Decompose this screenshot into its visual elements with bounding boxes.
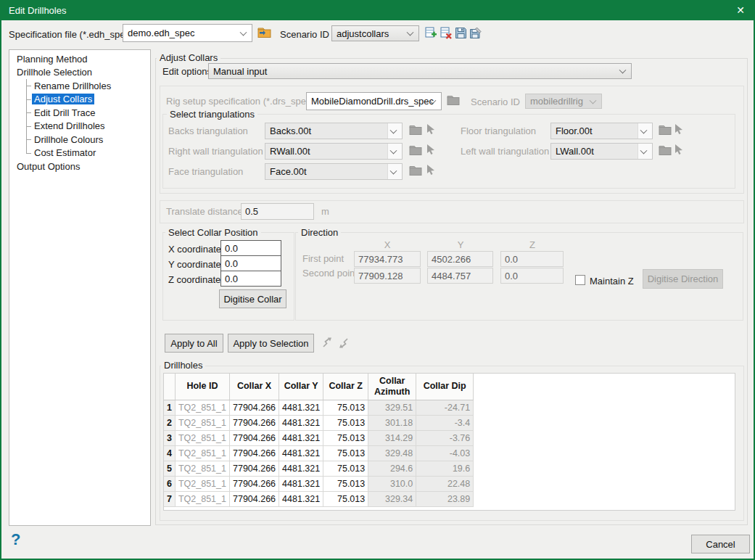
sidebar-item-output-options[interactable]: Output Options: [9, 160, 150, 173]
row-number-cell[interactable]: 7: [164, 491, 175, 506]
delete-scenario-icon[interactable]: [440, 27, 453, 40]
backs-triangulation-combobox[interactable]: Backs.00t: [265, 123, 403, 139]
apply-to-selection-button[interactable]: Apply to Selection: [228, 334, 314, 353]
collar-z-cell[interactable]: 75.013: [323, 461, 368, 476]
sidebar-item-adjust-collars[interactable]: Adjust Collars: [9, 93, 150, 107]
collar-z-cell[interactable]: 75.013: [323, 476, 368, 491]
rig-scenario-combobox[interactable]: mobiledrillrig: [525, 94, 602, 109]
close-button[interactable]: ✕: [726, 0, 755, 20]
collar-y-cell[interactable]: 4481.321: [279, 476, 323, 491]
y-coordinate-input[interactable]: 0.0: [220, 255, 281, 271]
column-header-collar-x[interactable]: Collar X: [229, 374, 279, 400]
row-number-cell[interactable]: 4: [164, 445, 175, 461]
sidebar-item-drillhole-selection[interactable]: Drillhole Selection: [9, 66, 150, 80]
collar-x-cell[interactable]: 77904.266: [229, 415, 279, 430]
collar-azimuth-cell: 329.34: [368, 491, 416, 506]
folder-icon[interactable]: [659, 145, 672, 156]
column-header-collar-dip[interactable]: Collar Dip: [416, 374, 474, 400]
sidebar-item-drillhole-colours[interactable]: Drillhole Colours: [9, 133, 150, 147]
second-point-x-input[interactable]: 77909.128: [354, 268, 421, 284]
collar-y-cell[interactable]: 4481.321: [279, 491, 323, 506]
row-number-cell[interactable]: 6: [164, 476, 175, 491]
collar-y-cell[interactable]: 4481.321: [279, 415, 323, 430]
collar-x-cell[interactable]: 77904.266: [229, 491, 279, 506]
digitise-collar-button[interactable]: Digitise Collar: [219, 289, 286, 308]
open-folder-icon[interactable]: [257, 27, 271, 38]
left-wall-triangulation-combobox[interactable]: LWall.00t: [550, 143, 653, 160]
chevron-down-icon: [619, 67, 627, 74]
x-coordinate-input[interactable]: 0.0: [220, 240, 281, 256]
first-point-z-input[interactable]: 0.0: [500, 251, 564, 267]
hole-id-cell: TQ2_851_1: [175, 400, 229, 415]
column-header-hole-id[interactable]: Hole ID: [175, 374, 229, 400]
second-point-y-input[interactable]: 4484.757: [427, 268, 493, 284]
collar-z-cell[interactable]: 75.013: [323, 445, 368, 461]
column-header-collar-z[interactable]: Collar Z: [323, 374, 368, 400]
collar-z-cell[interactable]: 75.013: [323, 430, 368, 445]
sidebar-item-extend-drillholes[interactable]: Extend Drillholes: [9, 120, 150, 133]
table-row: 6TQ2_851_177904.2664481.32175.013310.022…: [164, 476, 474, 491]
row-number-cell[interactable]: 2: [164, 415, 175, 430]
scenario-id-combobox[interactable]: adjustcollars: [331, 25, 419, 41]
collar-y-cell[interactable]: 4481.321: [279, 430, 323, 445]
scenario-id-value: adjustcollars: [337, 28, 389, 39]
sidebar-item-edit-drill-trace[interactable]: Edit Drill Trace: [9, 106, 150, 120]
right-wall-triangulation-combobox[interactable]: RWall.00t: [265, 143, 403, 160]
open-folder-icon-disabled[interactable]: [447, 95, 460, 106]
help-icon[interactable]: ?: [11, 530, 20, 549]
new-scenario-icon[interactable]: [424, 27, 437, 40]
save-scenario-as-icon[interactable]: [469, 27, 482, 39]
collar-z-cell[interactable]: 75.013: [323, 400, 368, 415]
chevron-down-icon: [407, 29, 414, 36]
left-wall-triangulation-value: LWall.00t: [556, 146, 594, 157]
first-point-y-input[interactable]: 4502.266: [427, 251, 493, 267]
floor-triangulation-combobox[interactable]: Floor.00t: [550, 123, 653, 139]
collar-x-cell[interactable]: 77904.266: [229, 476, 279, 491]
folder-icon[interactable]: [409, 125, 422, 136]
translate-distance-input[interactable]: 0.5: [241, 203, 314, 220]
collar-x-cell[interactable]: 77904.266: [229, 430, 279, 445]
maintain-z-checkbox[interactable]: [575, 275, 585, 285]
pick-cursor-icon[interactable]: [426, 165, 435, 176]
first-point-x-input[interactable]: 77934.773: [354, 251, 421, 267]
folder-icon[interactable]: [409, 165, 422, 176]
sidebar-item-planning-method[interactable]: Planning Method: [9, 52, 150, 66]
undo-arrow-icon[interactable]: [338, 337, 349, 348]
spec-file-combobox[interactable]: demo.edh_spec: [123, 24, 252, 42]
folder-icon[interactable]: [409, 145, 422, 156]
collar-y-cell[interactable]: 4481.321: [279, 400, 323, 415]
face-triangulation-combobox[interactable]: Face.00t: [265, 163, 403, 180]
apply-to-all-button[interactable]: Apply to All: [165, 334, 223, 353]
pick-cursor-icon[interactable]: [674, 144, 683, 155]
pick-cursor-icon[interactable]: [674, 124, 683, 135]
z-coordinate-input[interactable]: 0.0: [220, 271, 281, 287]
digitise-direction-button[interactable]: Digitise Direction: [643, 269, 723, 289]
translate-distance-label: Translate distance: [166, 206, 243, 217]
cancel-button[interactable]: Cancel: [691, 535, 750, 553]
row-number-cell[interactable]: 3: [164, 430, 175, 445]
redo-arrow-icon[interactable]: [322, 337, 333, 348]
row-number-cell[interactable]: 1: [164, 400, 175, 415]
second-point-z-input[interactable]: 0.0: [500, 268, 564, 284]
column-header-collar-y[interactable]: Collar Y: [279, 374, 323, 400]
y-coordinate-label: Y coordinate: [168, 259, 221, 270]
collar-x-cell[interactable]: 77904.266: [229, 461, 279, 476]
save-scenario-icon[interactable]: [455, 27, 467, 39]
folder-icon[interactable]: [659, 125, 672, 136]
collar-y-cell[interactable]: 4481.321: [279, 445, 323, 461]
direction-y-column-header: Y: [428, 239, 493, 250]
column-header-collar-azimuth[interactable]: Collar Azimuth: [368, 374, 416, 400]
sidebar-item-cost-estimator[interactable]: Cost Estimator: [9, 147, 150, 160]
collar-z-cell[interactable]: 75.013: [323, 415, 368, 430]
rig-spec-combobox[interactable]: MobileDiamondDrill.drs_spec: [306, 92, 442, 110]
row-number-cell[interactable]: 5: [164, 461, 175, 476]
edit-options-value: Manual input: [213, 66, 267, 77]
collar-x-cell[interactable]: 77904.266: [229, 400, 279, 415]
collar-x-cell[interactable]: 77904.266: [229, 445, 279, 461]
sidebar-item-rename-drillholes[interactable]: Rename Drillholes: [9, 79, 150, 93]
collar-y-cell[interactable]: 4481.321: [279, 461, 323, 476]
pick-cursor-icon[interactable]: [426, 124, 435, 135]
collar-z-cell[interactable]: 75.013: [323, 491, 368, 506]
edit-options-combobox[interactable]: Manual input: [208, 63, 632, 79]
pick-cursor-icon[interactable]: [426, 144, 435, 155]
